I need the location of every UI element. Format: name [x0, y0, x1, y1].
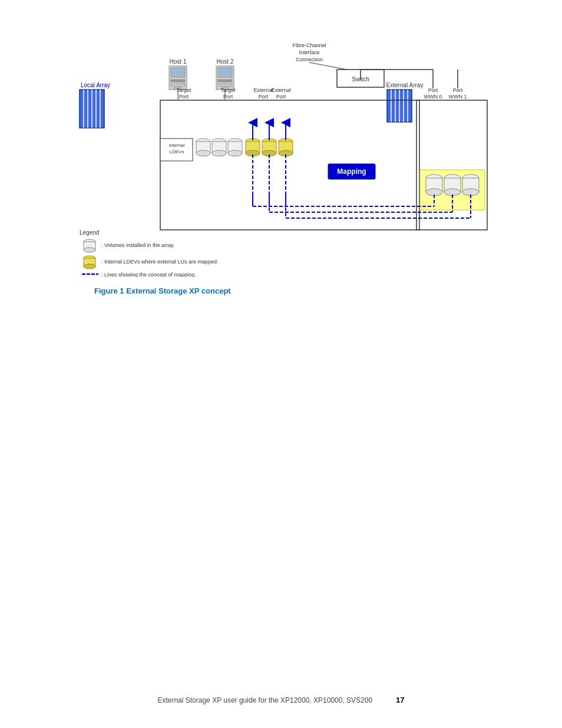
- page: Local Array Host 1 Host 2: [0, 0, 562, 728]
- svg-point-54: [212, 150, 226, 156]
- svg-text:Connection: Connection: [296, 57, 323, 62]
- diagram-area: Local Array Host 1 Host 2: [69, 24, 493, 277]
- svg-text:External: External: [271, 87, 290, 93]
- svg-text:Mapping: Mapping: [337, 167, 366, 176]
- svg-text:Interface: Interface: [299, 50, 319, 55]
- diagram-svg: Local Array Host 1 Host 2: [69, 24, 493, 277]
- footer-text: External Storage XP user guide for the X…: [157, 696, 372, 704]
- svg-rect-15: [218, 68, 232, 77]
- svg-rect-11: [171, 84, 185, 86]
- svg-point-103: [84, 248, 95, 252]
- figure-caption: Figure 1 External Storage XP concept: [94, 286, 515, 295]
- page-footer: External Storage XP user guide for the X…: [0, 696, 562, 704]
- svg-text:: Internal LDEVs where externa: : Internal LDEVs where external LUs are …: [101, 259, 219, 265]
- svg-text:Internal: Internal: [169, 143, 185, 148]
- svg-text:: Volumes installed in the arr: : Volumes installed in the array.: [101, 242, 174, 248]
- svg-text:Port: Port: [276, 94, 286, 100]
- svg-text:Port: Port: [223, 94, 233, 100]
- svg-rect-17: [218, 84, 232, 86]
- svg-text:Port: Port: [179, 94, 189, 100]
- svg-text:Fibre-Channel: Fibre-Channel: [292, 42, 326, 48]
- svg-point-51: [196, 150, 210, 156]
- svg-text:WWN 1: WWN 1: [449, 94, 467, 100]
- svg-point-57: [228, 150, 242, 156]
- svg-text:Target: Target: [176, 87, 191, 93]
- svg-text:: Lines showing the concept of: : Lines showing the concept of mapping.: [101, 272, 196, 277]
- svg-rect-9: [171, 68, 185, 77]
- svg-line-22: [309, 62, 347, 70]
- svg-rect-16: [218, 80, 232, 82]
- svg-text:External Array: External Array: [386, 82, 424, 88]
- svg-text:LDEVs: LDEVs: [170, 149, 184, 154]
- svg-text:Host 1: Host 1: [170, 58, 187, 65]
- footer-page-number: 17: [396, 696, 404, 704]
- svg-text:External: External: [253, 87, 273, 93]
- svg-point-107: [84, 264, 95, 269]
- svg-rect-44: [160, 100, 419, 230]
- svg-text:Port: Port: [259, 94, 269, 100]
- svg-text:Host 2: Host 2: [217, 58, 234, 65]
- svg-text:Target: Target: [220, 87, 236, 93]
- svg-text:Legend: Legend: [80, 229, 99, 236]
- svg-text:Local Array: Local Array: [81, 82, 110, 88]
- svg-text:WWN 0: WWN 0: [424, 94, 442, 100]
- svg-rect-10: [171, 80, 185, 82]
